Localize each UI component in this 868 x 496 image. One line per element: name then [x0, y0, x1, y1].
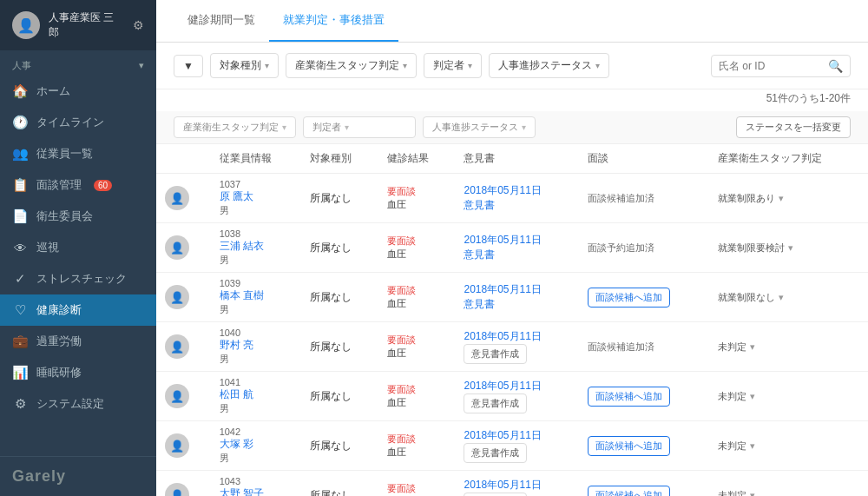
sub-filter-bar: 産業衛生スタッフ判定 ▾ 判定者 ▾ 人事進捗ステータス ▾ ステータスを一括変…	[156, 111, 868, 144]
sidebar-item-home[interactable]: 🏠 ホーム	[0, 76, 156, 107]
sub-hr-status-filter[interactable]: 人事進捗ステータス ▾	[423, 116, 536, 138]
sidebar-item-meetings[interactable]: 📋 面談管理 60	[0, 169, 156, 201]
opinion-link[interactable]: 意見書	[464, 198, 570, 213]
table-header-row: 従業員情報 対象種別 健診結果 意見書 面談 産業衛生スタッフ判定	[156, 144, 868, 174]
sidebar-item-settings[interactable]: ⚙ システム設定	[0, 388, 156, 420]
avatar: 👤	[165, 483, 189, 496]
table-row: 👤 1042 大塚 彩 男 所属なし 要面談 血圧 2018年05月11日 意見…	[156, 421, 868, 471]
gear-icon[interactable]: ⚙	[133, 18, 144, 32]
opinion-cell: 2018年05月11日 意見書作成	[455, 421, 579, 471]
create-opinion-button[interactable]: 意見書作成	[464, 344, 527, 364]
employee-name[interactable]: 三浦 結衣	[220, 239, 293, 254]
chevron-down-icon: ▾	[265, 61, 269, 70]
add-interview-button[interactable]: 面談候補へ追加	[588, 436, 670, 456]
search-box: 🔍	[711, 55, 851, 77]
period-filter[interactable]: ▼	[174, 55, 203, 77]
health-date-link[interactable]: 2018年05月11日	[464, 282, 570, 297]
chevron-down-icon: ▾	[468, 61, 472, 70]
opinion-link[interactable]: 意見書	[464, 248, 570, 262]
chevron-down-icon: ▾	[345, 122, 349, 132]
sidebar-item-sleep[interactable]: 📊 睡眠研修	[0, 357, 156, 388]
employee-name[interactable]: 太野 智子	[220, 486, 293, 496]
opinion-cell: 2018年05月11日 意見書	[455, 273, 579, 322]
filter-bar: ▼ 対象種別 ▾ 産業衛生スタッフ判定 ▾ 判定者 ▾ 人事進捗ステータス ▾ …	[156, 43, 868, 89]
sidebar-section: 人事 ▾	[0, 50, 156, 76]
sidebar-item-label: タイムライン	[36, 115, 104, 130]
judgment-value: 未判定	[718, 440, 746, 453]
tabs-bar: 健診期間一覧就業判定・事後措置	[156, 0, 868, 43]
health-date-link[interactable]: 2018年05月11日	[464, 379, 570, 393]
health-date-link[interactable]: 2018年05月11日	[464, 428, 570, 443]
chevron-down-icon[interactable]: ▾	[750, 490, 755, 497]
employee-name[interactable]: 松田 航	[220, 387, 293, 402]
interview-cell: 面談予約追加済	[579, 223, 709, 273]
health-result-cell: 要面談 血圧	[378, 421, 456, 471]
avatar: 👤	[165, 235, 189, 260]
sidebar-item-employees[interactable]: 👥 従業員一覧	[0, 138, 156, 169]
sidebar-item-label: ホーム	[36, 83, 70, 99]
target-type-filter[interactable]: 対象種別 ▾	[210, 53, 279, 78]
add-interview-button[interactable]: 面談候補へ追加	[588, 288, 670, 308]
sidebar-item-label: 従業員一覧	[36, 146, 93, 162]
judgment-value: 就業制限なし	[718, 291, 775, 304]
sidebar-item-patrol[interactable]: 👁 巡視	[0, 232, 156, 263]
employees-icon: 👥	[12, 146, 28, 162]
add-interview-button[interactable]: 面談候補へ追加	[588, 486, 670, 497]
sidebar-item-timeline[interactable]: 🕐 タイムライン	[0, 107, 156, 138]
interview-cell: 面談候補へ追加	[579, 421, 709, 471]
avatar: 👤	[165, 334, 189, 359]
health-date-link[interactable]: 2018年05月11日	[464, 329, 570, 344]
chevron-down-icon[interactable]: ▾	[779, 193, 784, 204]
health-date-link[interactable]: 2018年05月11日	[464, 233, 570, 248]
hr-status-filter[interactable]: 人事進捗ステータス ▾	[489, 53, 609, 78]
employee-name[interactable]: 橋本 直樹	[220, 288, 293, 303]
judge-filter[interactable]: 判定者 ▾	[424, 53, 482, 78]
sidebar-item-stress[interactable]: ✓ ストレスチェック	[0, 263, 156, 294]
health-date-link[interactable]: 2018年05月11日	[464, 183, 570, 198]
employee-name[interactable]: 原 鷹太	[220, 189, 293, 204]
table-row: 👤 1041 松田 航 男 所属なし 要面談 血圧 2018年05月11日 意見…	[156, 372, 868, 421]
employee-name[interactable]: 野村 亮	[220, 338, 293, 353]
sidebar-item-committee[interactable]: 📄 衛生委員会	[0, 201, 156, 232]
sidebar-item-health[interactable]: ♡ 健康診断	[0, 294, 156, 326]
interview-cell: 面談候補追加済	[579, 174, 709, 223]
sidebar-nav: 🏠 ホーム 🕐 タイムライン 👥 従業員一覧 📋 面談管理 60📄 衛生委員会 …	[0, 76, 156, 456]
interview-status: 面談候補追加済	[588, 193, 654, 203]
chevron-down-icon: ▾	[282, 122, 286, 132]
opinion-link[interactable]: 意見書	[464, 297, 570, 312]
bulk-change-button[interactable]: ステータスを一括変更	[736, 116, 851, 138]
tab-employment-measures[interactable]: 就業判定・事後措置	[269, 0, 398, 42]
chevron-down-icon[interactable]: ▾	[750, 391, 755, 402]
health-date-link[interactable]: 2018年05月11日	[464, 478, 570, 493]
add-interview-button[interactable]: 面談候補へ追加	[588, 387, 670, 407]
chevron-down-icon[interactable]: ▾	[788, 242, 793, 254]
employee-name[interactable]: 大塚 彩	[220, 437, 293, 452]
staff-judgment-filter[interactable]: 産業衛生スタッフ判定 ▾	[286, 53, 417, 78]
chevron-down-icon[interactable]: ▾	[750, 440, 755, 452]
employee-info: 1042 大塚 彩 男	[220, 427, 293, 465]
search-icon[interactable]: 🔍	[828, 59, 843, 73]
chevron-down-icon: ▾	[403, 61, 407, 70]
chevron-down-icon[interactable]: ▾	[779, 292, 784, 303]
sub-staff-judgment-filter[interactable]: 産業衛生スタッフ判定 ▾	[174, 116, 296, 138]
sub-judge-filter[interactable]: 判定者 ▾	[303, 116, 416, 138]
avatar: 👤	[165, 384, 189, 408]
affiliation-cell: 所属なし	[301, 322, 378, 372]
sidebar-item-label: 巡視	[36, 240, 59, 255]
create-opinion-button[interactable]: 意見書作成	[464, 443, 527, 463]
create-opinion-button[interactable]: 意見書作成	[464, 393, 527, 413]
create-opinion-button[interactable]: 意見書作成	[464, 493, 527, 496]
employee-info: 1039 橋本 直樹 男	[220, 278, 293, 316]
tab-period-list[interactable]: 健診期間一覧	[174, 0, 269, 42]
sleep-icon: 📊	[12, 365, 28, 380]
data-table-wrapper: 従業員情報 対象種別 健診結果 意見書 面談 産業衛生スタッフ判定 👤 1037…	[156, 144, 868, 496]
judgment-cell: 就業制限あり ▾	[709, 174, 868, 223]
chevron-down-icon[interactable]: ▾	[750, 341, 755, 353]
search-input[interactable]	[719, 60, 823, 72]
opinion-cell: 2018年05月11日 意見書作成	[455, 322, 579, 372]
employee-info: 1043 太野 智子 男	[220, 476, 293, 496]
interview-cell: 面談候補追加済	[579, 322, 709, 372]
judgment-cell: 未判定 ▾	[709, 372, 868, 421]
sidebar-item-overwork[interactable]: 💼 過重労働	[0, 326, 156, 357]
judgment-cell: 未判定 ▾	[709, 421, 868, 471]
